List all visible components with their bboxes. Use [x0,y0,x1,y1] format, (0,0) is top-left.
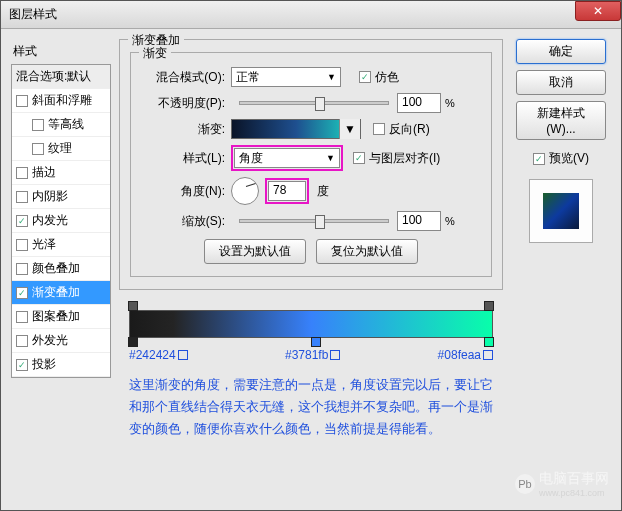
watermark-icon: Pb [515,474,535,494]
opacity-input[interactable]: 100 [397,93,441,113]
sidebar-item-label: 纹理 [48,140,72,157]
sidebar-item-label: 颜色叠加 [32,260,80,277]
sidebar-item-label: 等高线 [48,116,84,133]
sidebar-item[interactable]: 颜色叠加 [12,257,110,281]
new-style-button[interactable]: 新建样式(W)... [516,101,606,140]
chevron-down-icon: ▼ [326,153,335,163]
hex-label-3: #08feaa [438,348,493,362]
angle-label: 角度(N): [141,183,231,200]
style-label: 样式(L): [141,150,231,167]
opacity-stop-icon [484,301,494,311]
style-checkbox[interactable] [16,311,28,323]
sidebar-item-label: 渐变叠加 [32,284,80,301]
watermark: Pb 电脑百事网 www.pc841.com [515,470,609,498]
window-title: 图层样式 [9,6,57,23]
sidebar-item-label: 描边 [32,164,56,181]
opacity-slider[interactable] [239,101,389,105]
style-checkbox[interactable] [16,167,28,179]
cancel-button[interactable]: 取消 [516,70,606,95]
blend-mode-select[interactable]: 正常▼ [231,67,341,87]
sidebar-item[interactable]: 等高线 [12,113,110,137]
style-checkbox[interactable]: ✓ [16,359,28,371]
annotation: #242424 #3781fb #08feaa 这里渐变的角度，需要注意的一点是… [119,296,503,446]
color-stop-icon [484,337,494,347]
style-checkbox[interactable] [16,263,28,275]
right-buttons: 确定 取消 新建样式(W)... ✓ 预览(V) [511,39,611,446]
sidebar-item[interactable]: 外发光 [12,329,110,353]
sidebar-item[interactable]: 内阴影 [12,185,110,209]
gradient-picker[interactable]: ▼ [231,119,361,139]
angle-input[interactable]: 78 [268,181,306,201]
dither-checkbox[interactable]: ✓ [359,71,371,83]
style-checkbox[interactable] [16,95,28,107]
sidebar: 样式 混合选项:默认 斜面和浮雕等高线纹理描边内阴影✓内发光光泽颜色叠加✓渐变叠… [11,39,111,446]
swatch-icon [178,350,188,360]
blend-options-header[interactable]: 混合选项:默认 [12,65,110,89]
sidebar-item-label: 光泽 [32,236,56,253]
sidebar-item-label: 斜面和浮雕 [32,92,92,109]
titlebar: 图层样式 ✕ [1,1,621,29]
style-checkbox[interactable] [16,191,28,203]
highlight-angle: 78 [265,178,309,204]
gradient-preview-bar [129,310,493,338]
sidebar-item[interactable]: ✓投影 [12,353,110,377]
sidebar-item[interactable]: 图案叠加 [12,305,110,329]
sidebar-item-label: 外发光 [32,332,68,349]
style-checkbox[interactable]: ✓ [16,287,28,299]
main-panel: 渐变叠加 渐变 混合模式(O): 正常▼ ✓ 仿色 不透明度(P): [119,39,503,446]
preview-box [529,179,593,243]
blend-mode-label: 混合模式(O): [141,69,231,86]
dither-label: 仿色 [375,69,399,86]
style-checkbox[interactable]: ✓ [16,215,28,227]
align-checkbox[interactable]: ✓ [353,152,365,164]
style-checkbox[interactable] [16,239,28,251]
style-list: 混合选项:默认 斜面和浮雕等高线纹理描边内阴影✓内发光光泽颜色叠加✓渐变叠加图案… [11,64,111,378]
sidebar-item[interactable]: ✓内发光 [12,209,110,233]
scale-label: 缩放(S): [141,213,231,230]
style-select[interactable]: 角度▼ [234,148,340,168]
swatch-icon [330,350,340,360]
sidebar-item[interactable]: 斜面和浮雕 [12,89,110,113]
sidebar-item-label: 投影 [32,356,56,373]
scale-slider[interactable] [239,219,389,223]
opacity-label: 不透明度(P): [141,95,231,112]
sidebar-item[interactable]: ✓渐变叠加 [12,281,110,305]
align-label: 与图层对齐(I) [369,150,440,167]
sidebar-item-label: 图案叠加 [32,308,80,325]
chevron-down-icon: ▼ [327,72,336,82]
style-checkbox[interactable] [16,335,28,347]
ok-button[interactable]: 确定 [516,39,606,64]
make-default-button[interactable]: 设置为默认值 [204,239,306,264]
color-stop-icon [128,337,138,347]
sidebar-title: 样式 [11,39,111,64]
preview-thumbnail [543,193,579,229]
annotation-note: 这里渐变的角度，需要注意的一点是，角度设置完以后，要让它和那个直线结合得天衣无缝… [129,374,493,440]
hex-label-2: #3781fb [285,348,340,362]
close-button[interactable]: ✕ [575,1,621,21]
hex-label-1: #242424 [129,348,188,362]
style-checkbox[interactable] [32,143,44,155]
gradient-overlay-group: 渐变叠加 渐变 混合模式(O): 正常▼ ✓ 仿色 不透明度(P): [119,39,503,290]
gradient-group: 渐变 混合模式(O): 正常▼ ✓ 仿色 不透明度(P): 100 [130,52,492,277]
reverse-label: 反向(R) [389,121,430,138]
opacity-stop-icon [128,301,138,311]
preview-checkbox[interactable]: ✓ [533,153,545,165]
layer-style-dialog: 图层样式 ✕ 样式 混合选项:默认 斜面和浮雕等高线纹理描边内阴影✓内发光光泽颜… [0,0,622,511]
sidebar-item[interactable]: 光泽 [12,233,110,257]
sidebar-item[interactable]: 纹理 [12,137,110,161]
color-stop-icon [311,337,321,347]
gradient-label: 渐变: [141,121,231,138]
highlight-style: 角度▼ [231,145,343,171]
angle-unit: 度 [317,183,329,200]
chevron-down-icon[interactable]: ▼ [339,119,360,139]
scale-input[interactable]: 100 [397,211,441,231]
reverse-checkbox[interactable] [373,123,385,135]
gradient-legend: 渐变 [139,45,171,62]
sidebar-item[interactable]: 描边 [12,161,110,185]
preview-toggle[interactable]: ✓ 预览(V) [533,150,589,167]
style-checkbox[interactable] [32,119,44,131]
sidebar-item-label: 内发光 [32,212,68,229]
reset-default-button[interactable]: 复位为默认值 [316,239,418,264]
angle-dial[interactable] [231,177,259,205]
sidebar-item-label: 内阴影 [32,188,68,205]
